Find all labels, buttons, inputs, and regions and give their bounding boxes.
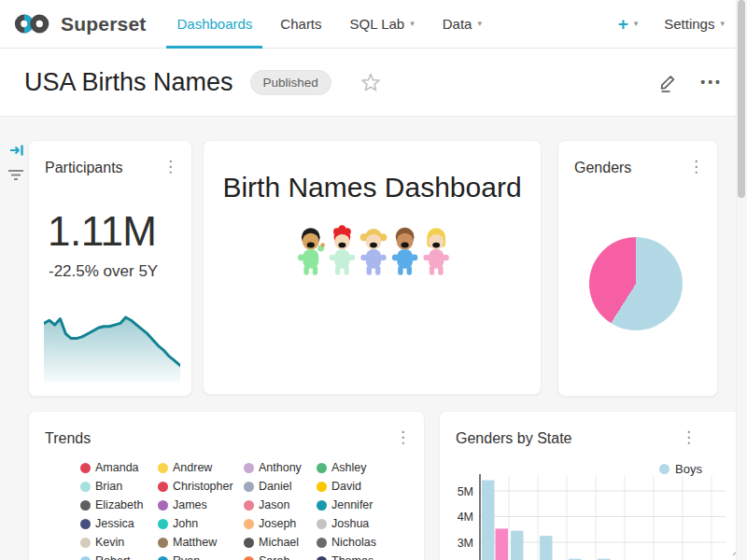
- legend-item[interactable]: Sarah: [244, 552, 317, 560]
- markdown-card: Birth Names Dashboard: [203, 140, 542, 395]
- legend-item[interactable]: John: [158, 514, 244, 533]
- legend-item[interactable]: Joseph: [244, 514, 317, 533]
- chevron-down-icon: ▾: [634, 20, 639, 28]
- legend-label: Jason: [259, 498, 289, 511]
- legend-dot: [158, 538, 168, 548]
- settings-menu[interactable]: Settings ▾: [664, 16, 725, 32]
- settings-label: Settings: [664, 16, 714, 32]
- kebab-menu-icon[interactable]: ⋮: [688, 160, 704, 174]
- legend-label: Andrew: [173, 461, 212, 474]
- chevron-down-icon: ▾: [477, 20, 482, 28]
- nav-label: Charts: [280, 16, 321, 32]
- filter-icon[interactable]: [7, 169, 25, 186]
- legend-item[interactable]: Joshua: [317, 514, 401, 533]
- legend-label: David: [331, 480, 361, 493]
- legend-label: Robert: [95, 554, 131, 560]
- legend-item[interactable]: Nicholas: [317, 533, 401, 552]
- nav-label: Data: [443, 16, 472, 32]
- superset-app: Superset Dashboards Charts SQL Lab ▾ Dat…: [0, 0, 747, 560]
- superset-logo[interactable]: Superset: [13, 12, 146, 35]
- legend-label: Elizabeth: [95, 498, 143, 511]
- legend-item[interactable]: Jennifer: [317, 496, 401, 514]
- genders-pie[interactable]: [589, 237, 683, 330]
- legend-dot: [80, 538, 91, 548]
- favorite-star-icon[interactable]: [359, 71, 382, 93]
- genders-card: Genders ⋮: [557, 140, 718, 397]
- legend-label: Joseph: [259, 517, 296, 530]
- participants-card: Participants ⋮ 1.11M -22.5% over 5Y: [28, 140, 192, 397]
- nav-right: + ▾ Settings ▾: [618, 15, 725, 33]
- new-item-button[interactable]: + ▾: [618, 15, 639, 33]
- legend-item[interactable]: David: [317, 477, 401, 496]
- legend-dot: [317, 482, 327, 492]
- chevron-down-icon: ▾: [720, 20, 725, 28]
- more-actions-button[interactable]: •••: [700, 75, 723, 90]
- legend-label: Michael: [259, 536, 299, 549]
- expand-filter-panel-icon[interactable]: [8, 142, 25, 162]
- chart-title: Participants: [45, 160, 123, 176]
- legend-dot: [158, 519, 168, 529]
- legend-item[interactable]: Matthew: [158, 533, 244, 552]
- legend-item[interactable]: Ashley: [317, 458, 401, 477]
- legend-item[interactable]: Daniel: [244, 477, 317, 496]
- legend-label: Thomas: [331, 554, 374, 560]
- legend-dot: [244, 538, 254, 548]
- chart-title: Genders: [574, 160, 631, 176]
- legend-item[interactable]: Kevin: [80, 533, 158, 552]
- nav-item-data[interactable]: Data ▾: [429, 0, 496, 49]
- legend-item[interactable]: Ryan: [158, 552, 244, 560]
- legend-item[interactable]: Jessica: [80, 514, 158, 533]
- legend-label: Daniel: [259, 480, 291, 493]
- genders-by-state-card: Genders by State ⋮ Boys 5M 4M 3M: [439, 411, 744, 560]
- kebab-menu-icon[interactable]: ⋮: [681, 430, 697, 444]
- legend-item[interactable]: Anthony: [244, 458, 317, 477]
- legend-item[interactable]: Elizabeth: [80, 496, 158, 514]
- legend-dot: [317, 463, 327, 473]
- nav-item-sql-lab[interactable]: SQL Lab ▾: [336, 0, 429, 49]
- header-actions: •••: [657, 72, 723, 93]
- scrollbar-track[interactable]: [736, 0, 747, 560]
- legend-item[interactable]: Robert: [80, 552, 158, 560]
- legend-dot: [317, 538, 327, 548]
- legend-dot: [80, 482, 91, 492]
- trends-card: Trends ⋮ Amanda Andrew Anthony Ashley Br…: [28, 411, 425, 560]
- legend-dot: [244, 519, 254, 529]
- top-nav: Superset Dashboards Charts SQL Lab ▾ Dat…: [0, 0, 747, 49]
- legend-label: Anthony: [259, 461, 302, 474]
- kebab-menu-icon[interactable]: ⋮: [162, 160, 178, 174]
- nav-item-dashboards[interactable]: Dashboards: [162, 0, 266, 49]
- svg-text:4M: 4M: [458, 511, 473, 524]
- markdown-heading: Birth Names Dashboard: [204, 172, 541, 203]
- trends-legend: Amanda Andrew Anthony Ashley Brian Chris…: [80, 458, 401, 560]
- page-title: USA Births Names: [24, 68, 233, 97]
- legend-label: Sarah: [259, 554, 289, 560]
- children-illustration: [295, 225, 452, 279]
- legend-dot: [80, 519, 91, 529]
- legend-dot: [244, 463, 254, 473]
- legend-label: Nicholas: [331, 536, 376, 549]
- dashboard-grid: Participants ⋮ 1.11M -22.5% over 5Y Birt…: [0, 117, 747, 560]
- participants-sparkline: [44, 314, 180, 383]
- legend-item[interactable]: Christopher: [158, 477, 244, 496]
- nav-item-charts[interactable]: Charts: [266, 0, 335, 49]
- legend-item[interactable]: James: [158, 496, 244, 514]
- legend-label: John: [173, 517, 198, 530]
- scrollbar-thumb[interactable]: [738, 0, 745, 198]
- legend-item[interactable]: Michael: [244, 533, 317, 552]
- legend-dot: [158, 500, 168, 511]
- edit-dashboard-button[interactable]: [657, 72, 678, 93]
- status-badge[interactable]: Published: [250, 70, 331, 95]
- legend-item[interactable]: Brian: [80, 477, 158, 496]
- legend-item[interactable]: Jason: [244, 496, 317, 514]
- legend-dot: [80, 556, 91, 560]
- legend-label: Ashley: [331, 461, 367, 474]
- legend-dot: [244, 500, 254, 511]
- legend-item[interactable]: Andrew: [158, 458, 244, 477]
- legend-item[interactable]: Amanda: [80, 458, 158, 477]
- big-number-subheader: -22.5% over 5Y: [49, 262, 158, 281]
- kebab-menu-icon[interactable]: ⋮: [395, 430, 411, 444]
- legend-item[interactable]: Thomas: [317, 552, 401, 560]
- legend-label: Kevin: [95, 536, 124, 549]
- legend-dot: [317, 519, 327, 529]
- legend-label: Brian: [95, 480, 122, 493]
